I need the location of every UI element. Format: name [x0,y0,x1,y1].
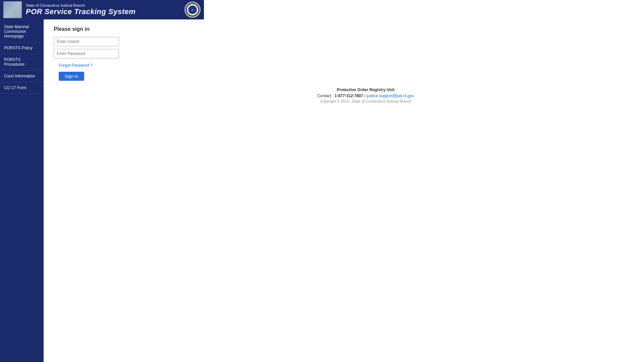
footer-contact-prefix: Contact : [317,94,333,98]
sidebar-item-state-marshal-commission[interactable]: State Marshal Commission Homepage [0,21,44,42]
building-image [3,1,22,18]
footer-email-link[interactable]: justice.support@jud.ct.gov [367,94,414,98]
ct-seal: CT [184,2,201,18]
footer-copyright: Copyright © 2013 , State of Connecticut … [97,99,634,103]
footer: Protective Order Registry Unit Contact :… [97,81,634,107]
footer-phone: 1-877-312-7807 [335,94,363,98]
sidebar-link-co17-form[interactable]: CO-17 Form [4,85,26,90]
svg-text:CT: CT [192,9,194,11]
footer-unit-name: Protective Order Registry Unit [97,87,634,92]
page-header: State of Connecticut Judicial Branch POR… [0,0,204,19]
main-content: Please sign in Forgot Password ? Sign in… [44,19,644,362]
page-layout: State Marshal Commission Homepage PORSTS… [0,19,644,362]
sign-in-button[interactable]: Sign in [59,72,84,81]
signin-title: Please sign in [54,26,188,32]
sidebar: State Marshal Commission Homepage PORSTS… [0,19,44,362]
sidebar-link-court-information[interactable]: Court Information [4,74,35,78]
header-text-block: State of Connecticut Judicial Branch POR… [26,3,180,16]
sidebar-link-porsts-procedures[interactable]: PORSTS Procedures [4,57,24,67]
password-input[interactable] [54,49,119,58]
footer-separator: / [364,94,367,98]
signin-form: Please sign in Forgot Password ? Sign in [54,26,188,81]
userid-input[interactable] [54,37,119,46]
header-title: POR Service Tracking System [26,7,180,16]
sidebar-item-court-information[interactable]: Court Information [0,70,44,82]
sidebar-item-porsts-procedures[interactable]: PORSTS Procedures [0,54,44,70]
header-subtitle: State of Connecticut Judicial Branch [26,3,180,7]
forgot-password-link[interactable]: Forgot Password ? [59,63,93,68]
sidebar-item-porsts-policy[interactable]: PORSTS Policy [0,42,44,54]
ct-seal-image: CT [185,2,200,17]
footer-contact: Contact : 1-877-312-7807 / justice.suppo… [97,94,634,98]
sidebar-link-porsts-policy[interactable]: PORSTS Policy [4,46,33,50]
sidebar-link-state-marshal[interactable]: State Marshal Commission Homepage [4,24,29,39]
sidebar-item-co17-form[interactable]: CO-17 Form [0,82,44,94]
